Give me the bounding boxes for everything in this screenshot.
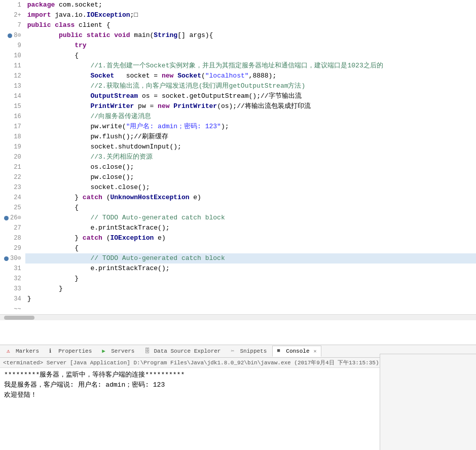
snippets-icon: ✂ bbox=[231, 348, 238, 355]
editor-scrollbar[interactable] bbox=[0, 314, 476, 320]
editor-scrollbar-thumb[interactable] bbox=[4, 316, 34, 320]
code-line: // TODO Auto-generated catch block bbox=[25, 213, 476, 223]
code-line: socket.shutdownInput(); bbox=[25, 142, 476, 152]
line-number: 17 bbox=[4, 122, 21, 132]
code-line: { bbox=[25, 243, 476, 253]
code-line: } bbox=[25, 284, 476, 294]
line-number: ~~ bbox=[4, 304, 21, 314]
line-number: 16 bbox=[4, 111, 21, 122]
line-number: 25 bbox=[4, 203, 21, 213]
line-number: 19 bbox=[4, 142, 21, 152]
line-number: 24 bbox=[4, 193, 21, 203]
tab-properties[interactable]: ℹ Properties bbox=[45, 346, 96, 357]
console-close-icon[interactable]: ✕ bbox=[314, 348, 317, 354]
line-number: 1 bbox=[4, 0, 21, 10]
line-number: 9 bbox=[4, 41, 21, 51]
tab-console-label: Console bbox=[286, 348, 309, 354]
line-number: 8⊙ bbox=[4, 30, 21, 41]
code-line: //向服务器传递消息 bbox=[25, 111, 476, 122]
line-number: 13 bbox=[4, 81, 21, 91]
line-number: 28 bbox=[4, 233, 21, 243]
code-line: // TODO Auto-generated catch block bbox=[25, 253, 476, 264]
code-line: public class client { bbox=[25, 20, 476, 30]
line-number: 26⊙ bbox=[4, 213, 21, 223]
line-numbers: 12+78⊙9101112131415161718192021222324252… bbox=[0, 0, 25, 314]
code-line: } catch (IOException e) bbox=[25, 233, 476, 243]
code-line: package com.socket; bbox=[25, 0, 476, 10]
code-line: //2.获取输出流，向客户端发送消息(我们调用getOutputStream方法… bbox=[25, 81, 476, 91]
line-number: 29 bbox=[4, 243, 21, 253]
datasource-icon: 🗄 bbox=[144, 348, 152, 355]
tab-servers-label: Servers bbox=[111, 348, 134, 354]
line-number: 22 bbox=[4, 172, 21, 182]
line-number: 31 bbox=[4, 264, 21, 274]
code-line: { bbox=[25, 203, 476, 213]
code-line: import java.io.IOException;□ bbox=[25, 10, 476, 20]
line-number: 11 bbox=[4, 61, 21, 71]
line-number: 18 bbox=[4, 132, 21, 142]
code-line: pw.write("用户名: admin；密码: 123"); bbox=[25, 122, 476, 132]
code-line: //1.首先创建一个Socket实例对象，并且为其指定服务器地址和通信端口，建议… bbox=[25, 61, 476, 71]
code-line: try bbox=[25, 41, 476, 51]
line-number: 7 bbox=[4, 20, 21, 30]
line-number: 34 bbox=[4, 294, 21, 304]
servers-icon: ▶ bbox=[102, 348, 109, 355]
code-editor[interactable]: 12+78⊙9101112131415161718192021222324252… bbox=[0, 0, 476, 314]
tab-markers-label: Markers bbox=[16, 348, 39, 354]
code-lines[interactable]: package com.socket;import java.io.IOExce… bbox=[25, 0, 476, 314]
tab-snippets-label: Snippets bbox=[240, 348, 267, 354]
code-line bbox=[25, 304, 476, 314]
code-line: { bbox=[25, 51, 476, 61]
line-number: 12 bbox=[4, 71, 21, 81]
tab-properties-label: Properties bbox=[58, 348, 92, 354]
code-line: e.printStackTrace(); bbox=[25, 223, 476, 233]
code-line: //3.关闭相应的资源 bbox=[25, 152, 476, 162]
tab-snippets[interactable]: ✂ Snippets bbox=[226, 346, 271, 357]
code-line: } bbox=[25, 294, 476, 304]
code-line: socket.close(); bbox=[25, 182, 476, 193]
main-layout: 12+78⊙9101112131415161718192021222324252… bbox=[0, 0, 476, 450]
properties-icon: ℹ bbox=[49, 348, 56, 355]
tab-console[interactable]: ■ Console ✕ bbox=[272, 346, 321, 357]
code-line: e.printStackTrace(); bbox=[25, 264, 476, 274]
breakpoint-dot bbox=[4, 216, 9, 220]
console-icon: ■ bbox=[277, 348, 284, 355]
code-line: Socket socket = new Socket("localhost",8… bbox=[25, 71, 476, 81]
line-number: 15 bbox=[4, 101, 21, 111]
code-line: } bbox=[25, 274, 476, 284]
line-number: 10 bbox=[4, 51, 21, 61]
code-line: pw.flush();//刷新缓存 bbox=[25, 132, 476, 142]
tab-datasource[interactable]: 🗄 Data Source Explorer bbox=[140, 346, 225, 357]
tab-servers[interactable]: ▶ Servers bbox=[97, 346, 139, 357]
code-line: os.close(); bbox=[25, 162, 476, 172]
line-number: 20 bbox=[4, 152, 21, 162]
line-number: 32 bbox=[4, 274, 21, 284]
line-number: 14 bbox=[4, 91, 21, 101]
editor-section: 12+78⊙9101112131415161718192021222324252… bbox=[0, 0, 476, 345]
line-number: 27 bbox=[4, 223, 21, 233]
code-line: pw.close(); bbox=[25, 172, 476, 182]
breakpoint-dot bbox=[4, 256, 9, 261]
line-number: 21 bbox=[4, 162, 21, 172]
code-line: OutputStream os = socket.getOutputStream… bbox=[25, 91, 476, 101]
tab-markers[interactable]: ⚠ Markers bbox=[2, 346, 44, 357]
line-number: 33 bbox=[4, 284, 21, 294]
code-line: PrintWriter pw = new PrintWriter(os);//将… bbox=[25, 101, 476, 111]
bottom-right-panel bbox=[380, 354, 476, 450]
line-number: 2+ bbox=[4, 10, 21, 20]
line-number: 30⊙ bbox=[4, 253, 21, 264]
line-number: 23 bbox=[4, 182, 21, 193]
markers-icon: ⚠ bbox=[7, 348, 14, 355]
code-line: } catch (UnknownHostException e) bbox=[25, 193, 476, 203]
code-line: public static void main(String[] args){ bbox=[25, 30, 476, 41]
tab-datasource-label: Data Source Explorer bbox=[154, 348, 221, 354]
breakpoint-dot bbox=[8, 33, 12, 38]
